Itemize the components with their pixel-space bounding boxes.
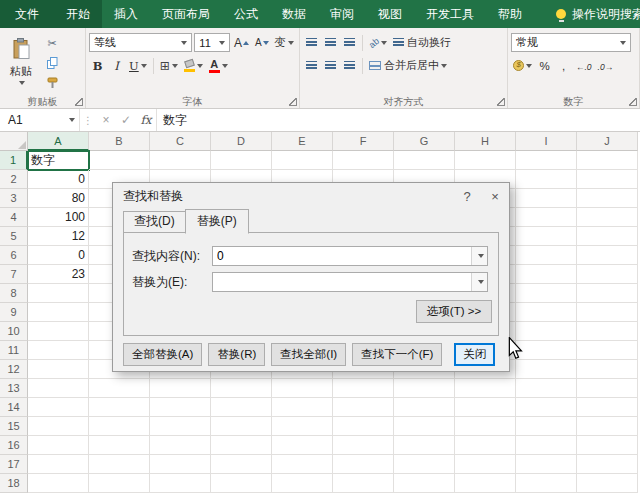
align-middle-button[interactable]	[322, 33, 339, 52]
accounting-format-button[interactable]	[511, 56, 534, 75]
cell-J16[interactable]	[577, 436, 638, 455]
column-header-J[interactable]: J	[577, 132, 638, 151]
cell-E13[interactable]	[272, 379, 333, 398]
replace-with-dropdown-button[interactable]	[471, 273, 487, 291]
cell-A5[interactable]: 12	[28, 227, 89, 246]
font-color-button[interactable]: A	[207, 56, 230, 75]
tell-me-search[interactable]: 操作说明搜索	[546, 0, 640, 28]
cell-A18[interactable]	[28, 474, 89, 493]
cell-A6[interactable]: 0	[28, 246, 89, 265]
cell-E15[interactable]	[272, 417, 333, 436]
cell-H13[interactable]	[455, 379, 516, 398]
column-header-F[interactable]: F	[333, 132, 394, 151]
insert-function-button[interactable]: fx	[136, 113, 156, 127]
cell-I14[interactable]	[516, 398, 577, 417]
row-header-15[interactable]: 15	[0, 417, 28, 436]
cell-B1[interactable]	[89, 151, 150, 170]
row-header-14[interactable]: 14	[0, 398, 28, 417]
cell-G18[interactable]	[394, 474, 455, 493]
cell-C13[interactable]	[150, 379, 211, 398]
cell-J2[interactable]	[577, 170, 638, 189]
row-header-4[interactable]: 4	[0, 208, 28, 227]
cell-I7[interactable]	[516, 265, 577, 284]
cell-I1[interactable]	[516, 151, 577, 170]
cell-A17[interactable]	[28, 455, 89, 474]
font-name-combobox[interactable]: 等线	[89, 33, 192, 52]
alignment-dialog-launcher-icon[interactable]	[497, 98, 505, 106]
number-format-combobox[interactable]: 常规	[511, 33, 631, 52]
dialog-help-button[interactable]: ?	[453, 183, 481, 209]
cell-F14[interactable]	[333, 398, 394, 417]
ribbon-tab-insert[interactable]: 插入	[102, 0, 150, 28]
copy-button[interactable]	[41, 54, 63, 72]
column-header-A[interactable]: A	[28, 132, 89, 151]
align-left-button[interactable]	[303, 56, 320, 75]
row-header-3[interactable]: 3	[0, 189, 28, 208]
dialog-tab-replace[interactable]: 替换(P)	[185, 209, 249, 234]
cell-I11[interactable]	[516, 341, 577, 360]
cell-F15[interactable]	[333, 417, 394, 436]
cell-A10[interactable]	[28, 322, 89, 341]
cancel-entry-button[interactable]: ×	[96, 113, 116, 127]
cell-A11[interactable]	[28, 341, 89, 360]
orientation-button[interactable]	[367, 33, 389, 52]
cell-E17[interactable]	[272, 455, 333, 474]
cell-F17[interactable]	[333, 455, 394, 474]
cell-J10[interactable]	[577, 322, 638, 341]
cell-I2[interactable]	[516, 170, 577, 189]
borders-button[interactable]: ⊞	[158, 56, 180, 75]
cell-A12[interactable]	[28, 360, 89, 379]
cell-D18[interactable]	[211, 474, 272, 493]
dialog-close-button[interactable]: ×	[481, 183, 509, 209]
cell-G17[interactable]	[394, 455, 455, 474]
row-header-5[interactable]: 5	[0, 227, 28, 246]
cell-J8[interactable]	[577, 284, 638, 303]
align-bottom-button[interactable]	[341, 33, 358, 52]
cell-B13[interactable]	[89, 379, 150, 398]
ribbon-tab-data[interactable]: 数据	[270, 0, 318, 28]
ribbon-tab-review[interactable]: 审阅	[318, 0, 366, 28]
cell-E18[interactable]	[272, 474, 333, 493]
comma-style-button[interactable]: ,	[555, 56, 572, 75]
underline-button[interactable]: U	[127, 56, 149, 75]
cell-H15[interactable]	[455, 417, 516, 436]
cell-J5[interactable]	[577, 227, 638, 246]
column-header-I[interactable]: I	[516, 132, 577, 151]
cell-J3[interactable]	[577, 189, 638, 208]
row-header-7[interactable]: 7	[0, 265, 28, 284]
select-all-corner[interactable]	[0, 132, 28, 151]
ribbon-tab-help[interactable]: 帮助	[486, 0, 534, 28]
cell-A13[interactable]	[28, 379, 89, 398]
align-right-button[interactable]	[341, 56, 358, 75]
row-header-17[interactable]: 17	[0, 455, 28, 474]
row-header-6[interactable]: 6	[0, 246, 28, 265]
ribbon-tab-page-layout[interactable]: 页面布局	[150, 0, 222, 28]
cell-A16[interactable]	[28, 436, 89, 455]
find-all-button[interactable]: 查找全部(I)	[271, 343, 346, 366]
phonetic-guide-button[interactable]: 变	[273, 33, 296, 52]
cell-F1[interactable]	[333, 151, 394, 170]
cell-I9[interactable]	[516, 303, 577, 322]
confirm-entry-button[interactable]: ✓	[116, 113, 136, 127]
replace-all-button[interactable]: 全部替换(A)	[123, 343, 202, 366]
find-what-input[interactable]	[213, 247, 471, 265]
decrease-decimal-button[interactable]	[596, 56, 616, 75]
cell-J6[interactable]	[577, 246, 638, 265]
find-what-dropdown-button[interactable]	[471, 247, 487, 265]
cell-D14[interactable]	[211, 398, 272, 417]
cell-I6[interactable]	[516, 246, 577, 265]
cell-B17[interactable]	[89, 455, 150, 474]
cell-H17[interactable]	[455, 455, 516, 474]
find-next-button[interactable]: 查找下一个(F)	[352, 343, 442, 366]
cell-G15[interactable]	[394, 417, 455, 436]
close-button[interactable]: 关闭	[454, 343, 495, 366]
cell-I3[interactable]	[516, 189, 577, 208]
cell-J17[interactable]	[577, 455, 638, 474]
cell-J11[interactable]	[577, 341, 638, 360]
replace-button[interactable]: 替换(R)	[208, 343, 265, 366]
cut-button[interactable]: ✂	[41, 34, 63, 52]
cell-E16[interactable]	[272, 436, 333, 455]
ribbon-tab-developer[interactable]: 开发工具	[414, 0, 486, 28]
cell-A15[interactable]	[28, 417, 89, 436]
cell-C14[interactable]	[150, 398, 211, 417]
